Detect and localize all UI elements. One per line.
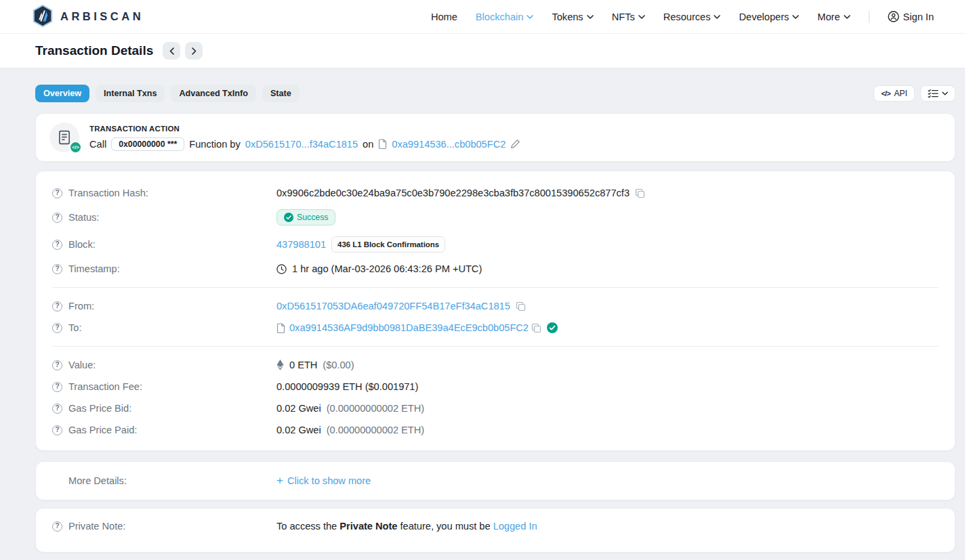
gas-price-paid-eth: (0.00000000002 ETH) (327, 425, 424, 435)
copy-from-address-button[interactable] (516, 301, 526, 311)
help-icon[interactable]: ? (52, 264, 62, 274)
help-icon[interactable]: ? (52, 213, 62, 223)
tabs-row: Overview Internal Txns Advanced TxInfo S… (35, 85, 956, 102)
private-note-card: ? Private Note: To access the Private No… (35, 508, 956, 553)
nav-tokens[interactable]: Tokens (552, 12, 593, 22)
private-note-bold: Private Note (340, 521, 397, 532)
nav-more[interactable]: More (817, 12, 850, 22)
eth-icon (276, 360, 284, 370)
transaction-fee-value: 0.0000009939 ETH ($0.001971) (276, 381, 418, 392)
row-gas-price-bid: ? Gas Price Bid: 0.02 Gwei (0.0000000000… (52, 397, 939, 419)
main-nav: Home Blockchain Tokens NFTs Resources De… (431, 11, 934, 23)
copy-icon (531, 323, 541, 333)
row-transaction-fee: ? Transaction Fee: 0.0000009939 ETH ($0.… (52, 376, 939, 397)
help-icon[interactable]: ? (52, 425, 62, 435)
block-number-link[interactable]: 437988101 (276, 239, 326, 250)
transaction-hash-label: Transaction Hash: (68, 188, 148, 198)
contract-document-icon (58, 130, 70, 145)
contract-file-icon (378, 139, 387, 149)
arbiscan-logo[interactable]: ARBISCAN (33, 5, 144, 29)
code-icon: </> (881, 89, 890, 98)
to-address-link[interactable]: 0xa9914536AF9d9bb0981DaBE39a4EcE9cb0b05F… (289, 322, 529, 333)
chevron-down-icon (587, 15, 594, 19)
nav-home[interactable]: Home (431, 12, 457, 22)
action-to-contract-link[interactable]: 0xa9914536...cb0b05FC2 (392, 139, 506, 150)
code-badge-icon: </> (69, 141, 82, 154)
tab-overview[interactable]: Overview (35, 85, 89, 102)
to-label: To: (68, 322, 81, 333)
transaction-hash-value: 0x9906c2bde0c30e24ba9a75c0e3b790e2298e3c… (276, 188, 630, 198)
help-icon[interactable]: ? (52, 240, 62, 250)
from-label: From: (68, 301, 94, 311)
next-transaction-button[interactable] (185, 42, 203, 60)
help-icon[interactable]: ? (52, 323, 62, 333)
list-check-icon (928, 89, 939, 98)
chevron-down-icon (844, 15, 850, 19)
help-icon[interactable]: ? (52, 404, 62, 414)
call-label: Call (89, 139, 106, 150)
contract-file-icon (276, 323, 285, 333)
api-button[interactable]: </> API (874, 85, 915, 102)
from-address-link[interactable]: 0xD561517053DA6eaf049720FF54B17eFf34aC18… (276, 301, 510, 311)
on-label: on (363, 139, 373, 150)
previous-transaction-button[interactable] (163, 42, 180, 60)
chevron-down-icon (714, 15, 720, 19)
arbiscan-logo-icon (33, 5, 53, 29)
help-icon[interactable]: ? (52, 382, 62, 392)
tab-internal-txns[interactable]: Internal Txns (96, 85, 165, 102)
more-details-label: More Details: (68, 475, 127, 486)
tab-state[interactable]: State (262, 85, 300, 102)
chevron-right-icon (192, 47, 197, 55)
tx-pager (163, 42, 203, 60)
value-amount: 0 ETH (289, 360, 317, 370)
help-icon[interactable]: ? (52, 301, 62, 311)
function-by-label: Function by (189, 139, 240, 150)
tabs: Overview Internal Txns Advanced TxInfo S… (35, 85, 300, 102)
block-label: Block: (68, 239, 96, 250)
gas-price-bid-label: Gas Price Bid: (68, 403, 131, 414)
status-label: Status: (68, 212, 99, 223)
sign-in-button[interactable]: Sign In (888, 11, 934, 22)
value-usd: ($0.00) (323, 360, 354, 370)
transaction-details-card: ? Transaction Hash: 0x9906c2bde0c30e24ba… (35, 171, 956, 451)
status-badge: Success (276, 209, 335, 225)
nav-nfts[interactable]: NFTs (612, 12, 645, 22)
value-label: Value: (68, 360, 96, 370)
nav-divider (869, 11, 869, 23)
click-to-show-more-link[interactable]: + Click to show more (276, 474, 371, 488)
brand-name: ARBISCAN (60, 10, 144, 23)
row-block: ? Block: 437988101 436 L1 Block Confirma… (52, 231, 939, 258)
gas-price-bid-amount: 0.02 Gwei (276, 403, 321, 414)
help-icon[interactable]: ? (52, 360, 62, 370)
verified-check-icon (547, 322, 558, 333)
check-circle-icon (284, 213, 293, 222)
section-divider (52, 287, 939, 288)
copy-to-address-button[interactable] (531, 323, 541, 333)
method-id-badge[interactable]: 0x00000000 *** (111, 137, 184, 151)
row-to: ? To: 0xa9914536AF9d9bb0981DaBE39a4EcE9c… (52, 317, 939, 339)
more-details-card: More Details: + Click to show more (35, 461, 956, 500)
timestamp-value: 1 hr ago (Mar-03-2026 06:43:26 PM +UTC) (292, 263, 482, 274)
gas-price-bid-eth: (0.00000000002 ETH) (327, 403, 424, 414)
tab-advanced-txinfo[interactable]: Advanced TxInfo (171, 85, 255, 102)
page-title-bar: Transaction Details (0, 34, 965, 68)
copy-hash-button[interactable] (635, 188, 645, 198)
private-note-text: To access the (276, 521, 340, 532)
private-note-text-after: feature, you must be (397, 521, 493, 532)
display-preferences-button[interactable] (920, 85, 956, 102)
edit-name-tag-button[interactable] (510, 139, 520, 149)
main-content: Overview Internal Txns Advanced TxInfo S… (0, 68, 965, 553)
nav-blockchain[interactable]: Blockchain (476, 12, 534, 22)
chevron-down-icon (638, 15, 645, 19)
help-icon[interactable]: ? (52, 521, 62, 532)
page-title: Transaction Details (35, 43, 153, 58)
copy-icon (516, 301, 526, 311)
nav-resources[interactable]: Resources (663, 12, 721, 22)
logged-in-link[interactable]: Logged In (493, 521, 537, 532)
user-icon (888, 11, 899, 22)
nav-developers[interactable]: Developers (739, 12, 799, 22)
row-from: ? From: 0xD561517053DA6eaf049720FF54B17e… (52, 295, 939, 317)
action-from-address-link[interactable]: 0xD5615170...f34aC1815 (245, 139, 358, 150)
row-value: ? Value: 0 ETH ($0.00) (52, 354, 939, 376)
help-icon[interactable]: ? (52, 188, 62, 198)
